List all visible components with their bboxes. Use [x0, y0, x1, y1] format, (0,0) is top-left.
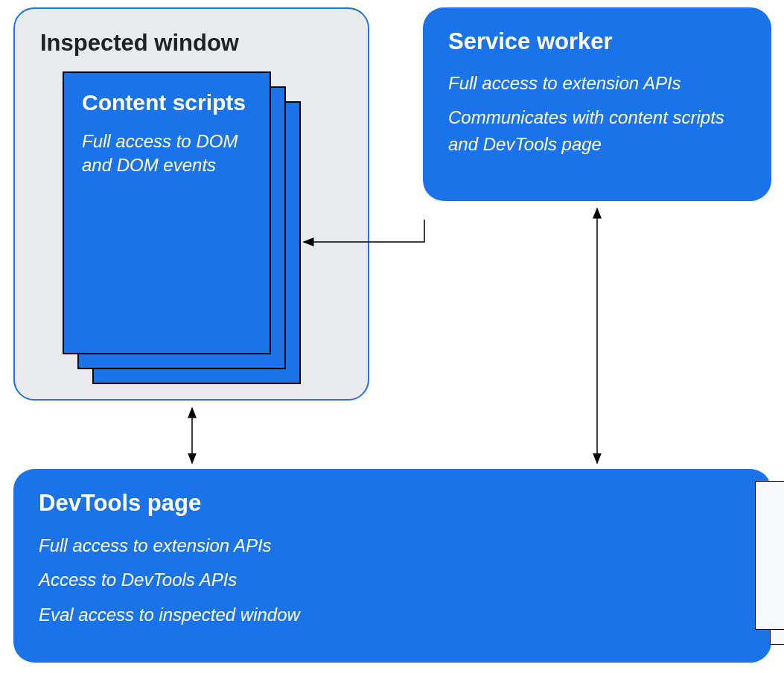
service-worker-bullet: Full access to extension APIs — [448, 70, 746, 97]
panel-card-front: Panels — [755, 481, 784, 630]
content-scripts-card-front: Content scripts Full access to DOM and D… — [63, 71, 271, 354]
devtools-page-bullets: Full access to extension APIs Access to … — [39, 532, 746, 629]
service-worker-box: Service worker Full access to extension … — [423, 7, 771, 201]
content-scripts-title: Content scripts — [82, 89, 252, 116]
devtools-page-title: DevTools page — [39, 490, 746, 517]
diagram-container: Inspected window Content scripts Full ac… — [0, 0, 784, 673]
service-worker-title: Service worker — [448, 28, 746, 55]
inspected-window-box: Inspected window Content scripts Full ac… — [13, 7, 369, 401]
content-scripts-desc: Full access to DOM and DOM events — [82, 130, 252, 178]
service-worker-bullets: Full access to extension APIs Communicat… — [448, 70, 746, 158]
devtools-page-bullet: Full access to extension APIs — [39, 532, 746, 560]
devtools-page-box: DevTools page Full access to extension A… — [13, 469, 771, 663]
devtools-page-bullet: Eval access to inspected window — [39, 601, 746, 629]
service-worker-bullet: Communicates with content scripts and De… — [448, 104, 746, 158]
devtools-page-bullet: Access to DevTools APIs — [39, 566, 746, 594]
inspected-window-title: Inspected window — [40, 30, 342, 57]
